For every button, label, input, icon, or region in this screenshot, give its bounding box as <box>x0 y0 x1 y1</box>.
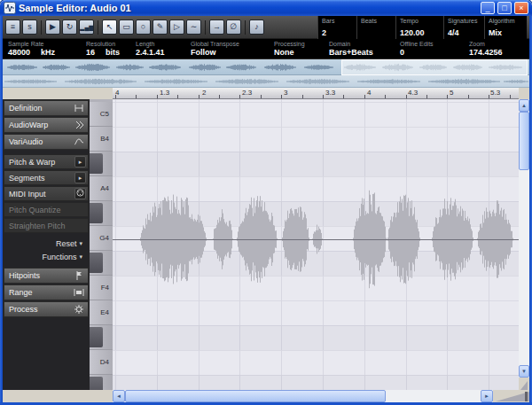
sidebar-item-label: Process <box>9 305 73 314</box>
note-label: C5 <box>100 110 109 118</box>
sidebar-item-audiowarp[interactable]: AudioWarp <box>4 117 89 133</box>
info-value: 2.4.1.41 <box>136 48 165 57</box>
functions-dropdown[interactable]: Functions ▾ <box>4 251 89 263</box>
info-value: 174.4256 <box>469 48 503 57</box>
info-label: Global Transpose <box>191 41 269 47</box>
resolution-column: Resolution 16bits <box>81 39 130 58</box>
signatures-field[interactable]: Signatures 4/4 <box>443 16 484 39</box>
scroll-down-button[interactable]: ▼ <box>519 365 529 378</box>
minimize-button[interactable]: _ <box>481 2 495 14</box>
pitch-keyboard-strip[interactable]: C5 B4 A4 G4 F4 E4 D4 <box>90 99 113 390</box>
key-row-b4[interactable]: B4 <box>90 127 113 152</box>
midi-input-tool[interactable]: MIDI Input <box>4 186 89 201</box>
key-row-csharp4[interactable] <box>90 375 113 390</box>
reset-dropdown[interactable]: Reset ▾ <box>4 238 89 250</box>
sidebar-item-hitpoints[interactable]: Hitpoints <box>4 268 89 284</box>
audition-button[interactable]: ▶ <box>45 19 60 35</box>
horizontal-scroll-thumb[interactable] <box>125 390 386 402</box>
algorithm-value: Mix <box>489 28 523 37</box>
key-row-dsharp4[interactable] <box>90 325 113 350</box>
vertical-scrollbar[interactable]: ▲ ▼ <box>519 99 529 390</box>
key-row-e4[interactable]: E4 <box>90 300 113 325</box>
timeline-ruler[interactable]: 4 1.3 2 2.3 3 3.3 4 4.3 5 5.3 <box>113 88 519 99</box>
scroll-right-button[interactable]: ► <box>481 390 493 402</box>
musical-mode-button[interactable]: ♪ <box>249 19 264 35</box>
algorithm-field[interactable]: Algorithm Mix <box>484 16 527 39</box>
domain-column[interactable]: Domain Bars+Beats <box>324 39 395 58</box>
pointer-tool-button[interactable]: ↖ <box>102 19 117 35</box>
draw-tool-button[interactable]: ✎ <box>153 19 168 35</box>
solo-editor-button[interactable]: s <box>22 19 37 35</box>
segments-tool[interactable]: Segments ▸ <box>4 170 89 185</box>
key-row-c5[interactable]: C5 <box>90 102 113 127</box>
scrub-tool-button[interactable]: ∼ <box>186 19 201 35</box>
close-button[interactable]: × <box>514 2 528 14</box>
titlebar[interactable]: Sample Editor: Audio 01 _ □ × <box>0 0 532 16</box>
length-column: Length 2.4.1.41 <box>130 39 185 58</box>
sidebar-item-variaudio[interactable]: VariAudio <box>4 134 89 150</box>
audition-volume-button[interactable]: ▂▄▆ <box>79 19 94 35</box>
autoscroll-button[interactable]: → <box>209 19 224 35</box>
midi-input-button[interactable] <box>74 188 86 199</box>
beats-field[interactable]: Beats <box>356 16 395 39</box>
audition-loop-button[interactable]: ↻ <box>62 19 77 35</box>
pitch-warp-arrow-button[interactable]: ▸ <box>74 156 86 167</box>
sample-editor-window: Sample Editor: Audio 01 _ □ × ≡ s ▶ ↻ ▂▄… <box>0 0 532 405</box>
scroll-left-button[interactable]: ◄ <box>113 390 125 402</box>
overview-waveform[interactable] <box>3 59 529 75</box>
sidebar-item-label: Reset <box>56 239 77 248</box>
key-row-asharp4[interactable] <box>90 152 113 176</box>
info-label: Resolution <box>86 41 130 47</box>
info-unit: bits <box>106 48 120 57</box>
info-value: 48000 <box>8 48 30 57</box>
sidebar-item-definition[interactable]: Definition <box>4 100 89 116</box>
sidebar-item-label: AudioWarp <box>9 121 73 129</box>
tempo-field[interactable]: Tempo 120.00 <box>395 16 443 39</box>
key-row-f4[interactable]: F4 <box>90 276 113 300</box>
waveform-display-area[interactable] <box>113 99 519 390</box>
info-label: Length <box>136 41 185 47</box>
tempo-value: 120.00 <box>400 28 440 37</box>
segments-arrow-button[interactable]: ▸ <box>74 172 86 183</box>
zoom-slider-handle[interactable] <box>525 392 528 401</box>
gear-icon <box>73 304 85 315</box>
bars-field[interactable]: Bars 2 <box>317 16 356 39</box>
sidebar-item-range[interactable]: Range <box>4 284 89 300</box>
pitch-warp-tool[interactable]: Pitch & Warp ▸ <box>4 154 89 169</box>
zoom-tool-button[interactable]: ○ <box>136 19 151 35</box>
overview-strip[interactable] <box>3 59 529 75</box>
signatures-label: Signatures <box>448 18 481 24</box>
key-row-a4[interactable]: A4 <box>90 176 113 201</box>
sidebar-item-label: Pitch Quantize <box>9 206 61 214</box>
zoom-column: Zoom 174.4256 <box>464 39 529 58</box>
key-row-g4[interactable]: G4 <box>90 226 113 251</box>
info-label: Sample Rate <box>8 41 81 47</box>
key-row-fsharp4[interactable] <box>90 251 113 276</box>
straighten-pitch-row: Straighten Pitch <box>4 218 89 233</box>
key-row-d4[interactable]: D4 <box>90 350 113 375</box>
vertical-scroll-thumb[interactable] <box>519 112 529 170</box>
global-transpose-column[interactable]: Global Transpose Follow <box>185 39 269 58</box>
zoom-wedge-icon <box>520 381 528 390</box>
window-title: Sample Editor: Audio 01 <box>19 3 478 13</box>
toolbar: ≡ s ▶ ↻ ▂▄▆ ↖ ▭ ○ ✎ ▷ ∼ → ∅ ♪ Bars 2 Bea… <box>3 16 529 39</box>
horizontal-scrollbar[interactable]: ◄ ► <box>113 390 493 402</box>
range-tool-button[interactable]: ▭ <box>119 19 134 35</box>
play-tool-button[interactable]: ▷ <box>169 19 184 35</box>
offline-edits-column: Offline Edits 0 <box>395 39 464 58</box>
audio-waveform[interactable] <box>113 99 519 390</box>
sidebar-item-process[interactable]: Process <box>4 301 89 317</box>
sidebar-item-label: Range <box>9 288 73 297</box>
note-label: A4 <box>100 184 109 192</box>
show-inspector-button[interactable]: ≡ <box>5 19 20 35</box>
key-row-gsharp4[interactable] <box>90 201 113 226</box>
snap-zero-crossing-button[interactable]: ∅ <box>226 19 241 35</box>
scroll-up-button[interactable]: ▲ <box>519 99 529 112</box>
sidebar-item-label: MIDI Input <box>9 190 74 199</box>
info-value: Follow <box>191 48 216 57</box>
sample-rate-column: Sample Rate 48000kHz <box>3 39 81 58</box>
info-value: 0 <box>400 48 404 57</box>
vertical-zoom-slider[interactable] <box>519 378 529 390</box>
horizontal-zoom-slider[interactable] <box>496 392 529 401</box>
maximize-button[interactable]: □ <box>497 2 512 14</box>
